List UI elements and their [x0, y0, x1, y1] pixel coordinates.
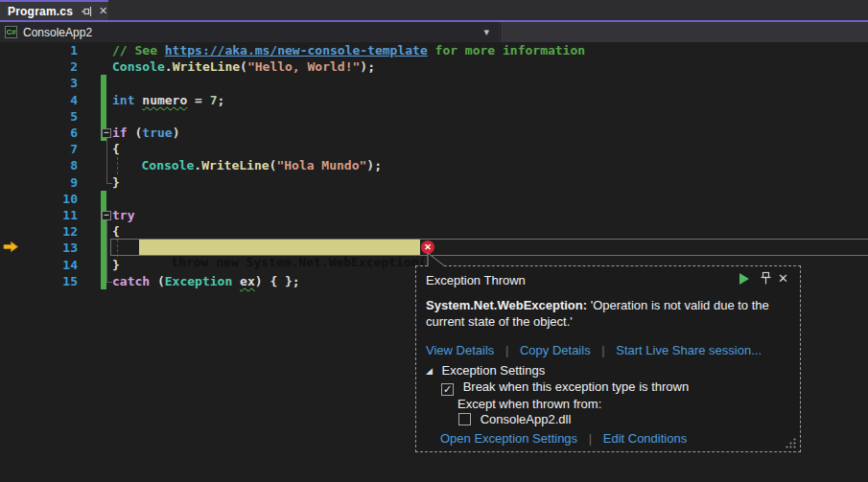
code-line[interactable]: {	[112, 141, 120, 157]
pin-icon[interactable]	[760, 271, 772, 286]
expander-icon[interactable]: ◢	[426, 366, 433, 376]
line-number: 6	[0, 125, 78, 141]
exception-highlight[interactable]: throw new System.Net.WebException();	[139, 240, 420, 255]
exception-type: System.Net.WebException:	[426, 298, 587, 312]
line-number: 4	[0, 92, 78, 108]
code-line[interactable]: int numero = 7;	[112, 92, 224, 108]
line-number: 10	[0, 191, 78, 207]
separator: |	[594, 343, 612, 357]
fold-toggle-icon[interactable]: −	[102, 211, 111, 220]
line-number: 2	[0, 58, 78, 75]
break-checkbox-row: ✓ Break when this exception type is thro…	[441, 379, 689, 396]
exception-settings-header[interactable]: ◢ Exception Settings	[426, 363, 545, 378]
change-bar	[101, 92, 106, 108]
checkmark-icon: ✓	[443, 383, 452, 395]
continue-icon[interactable]	[739, 272, 750, 286]
code-line[interactable]: }	[112, 257, 120, 273]
line-number: 5	[0, 108, 78, 125]
change-bar	[101, 108, 106, 125]
line-number: 14	[0, 257, 78, 273]
pin-icon[interactable]	[81, 6, 92, 17]
callout-pointer	[419, 252, 448, 267]
code-line[interactable]: // See https://aka.ms/new-console-templa…	[112, 42, 585, 58]
line-number: 8	[0, 157, 78, 173]
block-outline-guide	[106, 220, 107, 282]
close-icon[interactable]: ✕	[99, 6, 107, 16]
tab-program-cs[interactable]: Program.cs ✕	[0, 0, 108, 20]
break-checkbox[interactable]: ✓	[441, 383, 454, 396]
code-line[interactable]: try	[112, 207, 134, 223]
dll-checkbox[interactable]	[458, 413, 471, 425]
open-exception-settings-link[interactable]: Open Exception Settings	[440, 431, 577, 446]
exception-statement-text: throw new System.Net.WebException();	[171, 255, 441, 269]
line-number: 11	[0, 207, 78, 223]
view-details-link[interactable]: View Details	[426, 343, 494, 357]
block-outline-guide	[106, 138, 107, 183]
dll-checkbox-row: ConsoleApp2.dll	[458, 412, 571, 426]
current-statement-arrow-icon	[3, 241, 19, 253]
change-bar	[101, 191, 106, 207]
block-outline-guide	[106, 282, 112, 283]
resize-grip[interactable]	[785, 438, 797, 449]
change-bar	[101, 75, 106, 91]
separator: |	[498, 343, 516, 357]
copy-details-link[interactable]: Copy Details	[520, 343, 591, 357]
project-name: ConsoleApp2	[23, 26, 92, 39]
except-from-label: Except when thrown from:	[457, 397, 601, 411]
navigation-bar: C# ConsoleApp2 ▾	[0, 22, 868, 42]
edit-conditions-link[interactable]: Edit Conditions	[603, 431, 687, 446]
vs-editor-window: Program.cs ✕ C# ConsoleApp2 ▾ 1// See ht…	[0, 0, 868, 482]
code-line[interactable]: if (true)	[112, 125, 179, 141]
line-number: 12	[0, 223, 78, 240]
project-dropdown[interactable]: C# ConsoleApp2 ▾	[0, 22, 499, 42]
separator: |	[581, 431, 599, 446]
code-line[interactable]: Console.WriteLine("Hola Mundo");	[142, 157, 382, 173]
code-line[interactable]: }	[112, 174, 120, 191]
fold-toggle-icon[interactable]: −	[102, 128, 111, 138]
chevron-down-icon[interactable]: ▾	[483, 26, 489, 38]
block-outline-guide	[106, 183, 112, 184]
break-checkbox-label: Break when this exception type is thrown	[463, 379, 690, 394]
start-live-share-link[interactable]: Start Live Share session...	[616, 343, 762, 357]
line-number: 1	[0, 42, 78, 58]
tab-title: Program.cs	[8, 5, 73, 18]
close-icon[interactable]: ✕	[778, 271, 788, 286]
exception-settings-label: Exception Settings	[442, 363, 546, 378]
code-line[interactable]: {	[112, 223, 120, 240]
line-number: 7	[0, 141, 78, 157]
popup-footer-links: Open Exception Settings | Edit Condition…	[440, 431, 687, 446]
line-number: 9	[0, 174, 78, 191]
line-number: 15	[0, 273, 78, 289]
indent-guide	[117, 157, 118, 173]
exception-message: System.Net.WebException: 'Operation is n…	[426, 297, 788, 330]
line-number: 3	[0, 75, 78, 91]
popup-title: Exception Thrown	[426, 273, 526, 287]
member-dropdown[interactable]	[500, 22, 868, 42]
code-line[interactable]: Console.WriteLine("Hello, World!");	[112, 58, 375, 75]
dll-checkbox-label: ConsoleApp2.dll	[481, 412, 572, 426]
exception-popup: Exception Thrown ✕ System.Net.WebExcepti…	[415, 265, 801, 452]
tab-bar: Program.cs ✕	[0, 0, 868, 22]
popup-links: View Details | Copy Details | Start Live…	[426, 343, 762, 357]
csharp-project-icon: C#	[5, 26, 17, 38]
